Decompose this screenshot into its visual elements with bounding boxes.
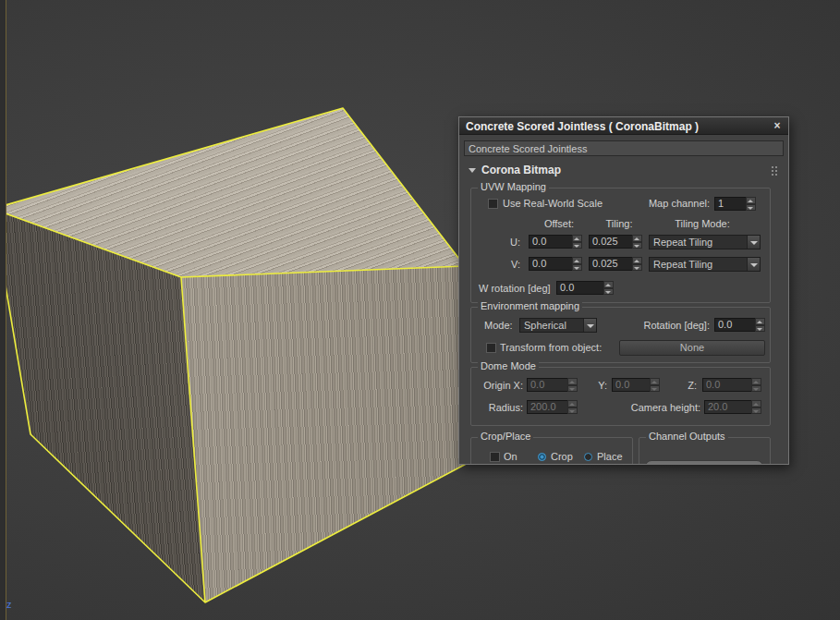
tiling-column-header: Tiling: [590, 218, 649, 229]
group-channel-label: Channel Outputs [646, 431, 728, 442]
v-tiling-spinner[interactable]: 0.025 [589, 257, 642, 271]
v-tiling-mode-dropdown[interactable]: Repeat Tiling [649, 257, 761, 272]
spinner-down-icon[interactable] [755, 325, 765, 333]
spinner-down-icon[interactable] [746, 204, 756, 212]
spinner-up-icon[interactable] [632, 257, 642, 264]
dome-origin-y-spinner[interactable]: 0.0 [612, 378, 660, 392]
spinner-up-icon[interactable] [603, 281, 614, 288]
dialog-title: Concrete Scored Jointless ( CoronaBitmap… [466, 120, 699, 133]
spinner-down-icon[interactable] [603, 288, 614, 296]
camera-height-spinner[interactable]: 20.0 [704, 400, 761, 414]
dome-y-label: Y: [590, 380, 607, 391]
env-mode-label: Mode: [484, 320, 513, 331]
u-tiling-value[interactable]: 0.025 [589, 235, 632, 249]
rollout-corona-bitmap[interactable]: Corona Bitmap [461, 163, 786, 179]
spinner-down-icon[interactable] [572, 242, 582, 249]
group-env-label: Environment mapping [478, 300, 582, 311]
dome-origin-z-spinner[interactable]: 0.0 [702, 378, 761, 392]
spinner-up-icon[interactable] [755, 318, 765, 325]
v-tiling-value[interactable]: 0.025 [589, 257, 632, 271]
env-rotation-spinner[interactable]: 0.0 [714, 318, 765, 332]
spinner-down-icon[interactable] [632, 264, 642, 272]
crop-on-checkbox[interactable] [490, 452, 500, 462]
offset-column-header: Offset: [527, 218, 591, 229]
dropdown-arrow-icon[interactable] [747, 236, 760, 249]
dome-origin-z-value[interactable]: 0.0 [702, 378, 751, 392]
spinner-down-icon[interactable] [751, 385, 761, 393]
spinner-up-icon[interactable] [572, 235, 582, 242]
map-channel-label: Map channel: [634, 198, 710, 209]
use-real-world-scale-label: Use Real-World Scale [503, 198, 603, 209]
spinner-down-icon[interactable] [572, 264, 582, 272]
transform-from-object-checkbox[interactable] [486, 343, 496, 353]
group-dome-mode: Dome Mode Origin X: 0.0 Y: 0.0 Z: 0.0 Ra… [470, 367, 771, 426]
crop-radio[interactable] [538, 453, 546, 461]
dome-origin-y-value[interactable]: 0.0 [612, 378, 650, 392]
spinner-down-icon[interactable] [567, 407, 578, 415]
env-rotation-value[interactable]: 0.0 [714, 318, 755, 332]
env-mode-value: Spherical [520, 319, 583, 332]
v-tiling-mode-value: Repeat Tiling [650, 258, 747, 271]
dome-origin-x-value[interactable]: 0.0 [527, 378, 567, 392]
map-name-input[interactable] [464, 140, 784, 156]
viewport-left-edge [0, 0, 6, 620]
spinner-up-icon[interactable] [751, 400, 761, 407]
spinner-up-icon[interactable] [632, 235, 642, 242]
camera-height-label: Camera height: [610, 402, 700, 413]
dropdown-arrow-icon[interactable] [583, 319, 596, 332]
group-crop-place: Crop/Place On Crop Place [470, 437, 633, 465]
spinner-down-icon[interactable] [650, 385, 660, 393]
u-tiling-mode-dropdown[interactable]: Repeat Tiling [649, 235, 761, 249]
place-radio[interactable] [584, 453, 592, 461]
coronabitmap-dialog: Concrete Scored Jointless ( CoronaBitmap… [458, 116, 789, 465]
env-rotation-label: Rotation [deg]: [610, 320, 710, 331]
dropdown-arrow-icon[interactable] [747, 258, 760, 271]
v-offset-value[interactable]: 0.0 [529, 257, 572, 271]
u-offset-value[interactable]: 0.0 [529, 235, 572, 249]
dome-radius-spinner[interactable]: 200.0 [527, 400, 578, 414]
dome-z-label: Z: [678, 380, 697, 391]
u-label: U: [499, 237, 520, 248]
channel-output-control[interactable] [645, 460, 763, 465]
group-dome-label: Dome Mode [478, 360, 539, 371]
map-channel-spinner[interactable]: 1 [714, 197, 756, 211]
crop-on-label: On [504, 451, 517, 462]
spinner-down-icon[interactable] [567, 385, 578, 393]
place-radio-label: Place [597, 451, 623, 462]
axis-z-label: z [6, 599, 12, 610]
group-environment-mapping: Environment mapping Mode: Spherical Rota… [470, 307, 771, 363]
v-offset-spinner[interactable]: 0.0 [529, 257, 582, 271]
dome-origin-x-spinner[interactable]: 0.0 [527, 378, 578, 392]
spinner-up-icon[interactable] [746, 197, 756, 204]
viewport-3d[interactable]: z Concrete Scored Jointless ( CoronaBitm… [0, 0, 840, 620]
w-rotation-label: W rotation [deg] [479, 283, 551, 294]
w-rotation-value[interactable]: 0.0 [556, 281, 603, 295]
env-mode-dropdown[interactable]: Spherical [519, 318, 597, 333]
spinner-up-icon[interactable] [650, 378, 660, 385]
use-real-world-scale-checkbox[interactable] [488, 199, 498, 209]
v-label: V: [499, 259, 520, 270]
transform-from-object-label: Transform from object: [500, 342, 602, 353]
spinner-up-icon[interactable] [572, 257, 582, 264]
grip-dots-icon [772, 166, 773, 168]
spinner-down-icon[interactable] [632, 242, 642, 249]
rollout-title: Corona Bitmap [481, 164, 561, 176]
group-uvw-mapping: UVW Mapping Use Real-World Scale Map cha… [470, 188, 771, 303]
close-icon[interactable]: × [771, 119, 784, 132]
u-offset-spinner[interactable]: 0.0 [529, 235, 582, 249]
map-channel-value[interactable]: 1 [714, 197, 746, 211]
tiling-mode-column-header: Tiling Mode: [660, 218, 745, 229]
dome-radius-value[interactable]: 200.0 [527, 400, 567, 414]
spinner-up-icon[interactable] [751, 378, 761, 385]
crop-radio-label: Crop [551, 451, 573, 462]
spinner-up-icon[interactable] [567, 378, 578, 385]
none-button[interactable]: None [619, 340, 765, 356]
w-rotation-spinner[interactable]: 0.0 [556, 281, 614, 295]
camera-height-value[interactable]: 20.0 [704, 400, 751, 414]
dome-radius-label: Radius: [471, 402, 523, 413]
dialog-titlebar[interactable]: Concrete Scored Jointless ( CoronaBitmap… [459, 117, 788, 135]
spinner-up-icon[interactable] [567, 400, 578, 407]
spinner-down-icon[interactable] [751, 407, 761, 415]
u-tiling-spinner[interactable]: 0.025 [589, 235, 642, 249]
group-uvw-label: UVW Mapping [478, 181, 549, 192]
